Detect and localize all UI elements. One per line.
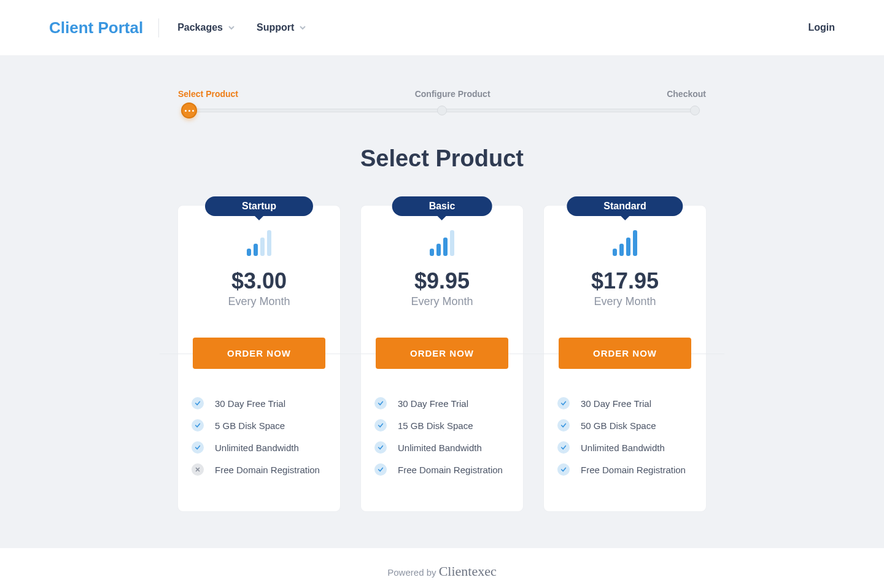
feature-text: 30 Day Free Trial (398, 398, 468, 409)
nav-packages[interactable]: Packages (177, 22, 235, 33)
progress-step-1-label: Select Product (178, 89, 238, 99)
plan-badge: Startup (205, 196, 313, 216)
page-title: Select Product (178, 145, 706, 172)
feature-text: Free Domain Registration (581, 465, 686, 475)
feature-item: 30 Day Free Trial (557, 392, 692, 414)
progress-node-3 (690, 106, 700, 115)
check-icon (557, 463, 570, 476)
feature-item: Free Domain Registration (192, 458, 327, 481)
feature-item: Unlimited Bandwidth (374, 436, 510, 458)
feature-text: 15 GB Disk Space (398, 420, 473, 431)
feature-item: 30 Day Free Trial (192, 392, 327, 414)
order-now-button[interactable]: ORDER NOW (193, 338, 325, 369)
plan-badge: Basic (392, 196, 492, 216)
feature-text: 5 GB Disk Space (215, 420, 285, 431)
check-icon (374, 463, 387, 476)
container: Select Product Configure Product Checkou… (147, 89, 737, 511)
header: Client Portal Packages Support Login (0, 0, 884, 55)
feature-text: Free Domain Registration (215, 465, 320, 475)
nav-support-label: Support (257, 22, 294, 33)
feature-item: Free Domain Registration (557, 458, 692, 481)
progress-step-2-label: Configure Product (415, 89, 490, 99)
order-section: ORDER NOW (178, 308, 340, 369)
feature-text: 50 GB Disk Space (581, 420, 656, 431)
feature-item: Free Domain Registration (374, 458, 510, 481)
check-icon (192, 419, 204, 431)
signal-bars-icon (361, 229, 523, 256)
order-section: ORDER NOW (544, 308, 706, 369)
check-icon (192, 397, 204, 409)
feature-text: Free Domain Registration (398, 465, 503, 475)
footer-text: Powered by (387, 567, 438, 578)
check-icon (557, 419, 570, 431)
plan-price: $9.95 (361, 268, 523, 294)
signal-bars-icon (178, 229, 340, 256)
features-list: 30 Day Free Trial15 GB Disk SpaceUnlimit… (361, 369, 523, 511)
header-left: Client Portal Packages Support (49, 18, 306, 37)
nav-links: Packages Support (177, 22, 306, 33)
feature-item: 15 GB Disk Space (374, 414, 510, 436)
progress-bar (178, 106, 706, 115)
footer: Powered by Clientexec (0, 548, 884, 588)
logo[interactable]: Client Portal (49, 18, 159, 37)
nav-packages-label: Packages (177, 22, 223, 33)
progress-labels: Select Product Configure Product Checkou… (178, 89, 706, 99)
check-icon (192, 441, 204, 454)
check-icon (557, 397, 570, 409)
check-icon (557, 441, 570, 454)
plan-period: Every Month (178, 295, 340, 308)
chevron-down-icon (228, 24, 235, 31)
feature-text: Unlimited Bandwidth (581, 443, 665, 453)
check-icon (374, 441, 387, 454)
feature-item: 5 GB Disk Space (192, 414, 327, 436)
nav-support[interactable]: Support (257, 22, 306, 33)
order-now-button[interactable]: ORDER NOW (376, 338, 508, 369)
plan-card: Startup$3.00Every MonthORDER NOW30 Day F… (178, 206, 340, 511)
feature-item: 50 GB Disk Space (557, 414, 692, 436)
progress-step-3-label: Checkout (667, 89, 706, 99)
signal-bars-icon (544, 229, 706, 256)
main: Select Product Configure Product Checkou… (0, 55, 884, 548)
feature-text: 30 Day Free Trial (215, 398, 285, 409)
features-list: 30 Day Free Trial5 GB Disk SpaceUnlimite… (178, 369, 340, 511)
plans-grid: Startup$3.00Every MonthORDER NOW30 Day F… (178, 206, 706, 511)
feature-item: Unlimited Bandwidth (557, 436, 692, 458)
plan-badge: Standard (567, 196, 683, 216)
plan-card: Standard$17.95Every MonthORDER NOW30 Day… (544, 206, 706, 511)
order-section: ORDER NOW (361, 308, 523, 369)
progress-node-active (181, 103, 197, 118)
order-now-button[interactable]: ORDER NOW (559, 338, 691, 369)
footer-brand: Clientexec (439, 563, 497, 579)
plan-card: Basic$9.95Every MonthORDER NOW30 Day Fre… (361, 206, 523, 511)
plan-price: $17.95 (544, 268, 706, 294)
feature-item: Unlimited Bandwidth (192, 436, 327, 458)
chevron-down-icon (299, 24, 306, 31)
progress-node-2 (437, 106, 447, 115)
check-icon (374, 419, 387, 431)
feature-text: 30 Day Free Trial (581, 398, 651, 409)
plan-period: Every Month (361, 295, 523, 308)
feature-text: Unlimited Bandwidth (215, 443, 299, 453)
feature-text: Unlimited Bandwidth (398, 443, 482, 453)
plan-period: Every Month (544, 295, 706, 308)
features-list: 30 Day Free Trial50 GB Disk SpaceUnlimit… (544, 369, 706, 511)
feature-item: 30 Day Free Trial (374, 392, 510, 414)
login-button[interactable]: Login (808, 22, 835, 33)
check-icon (374, 397, 387, 409)
cross-icon (192, 463, 204, 476)
plan-price: $3.00 (178, 268, 340, 294)
